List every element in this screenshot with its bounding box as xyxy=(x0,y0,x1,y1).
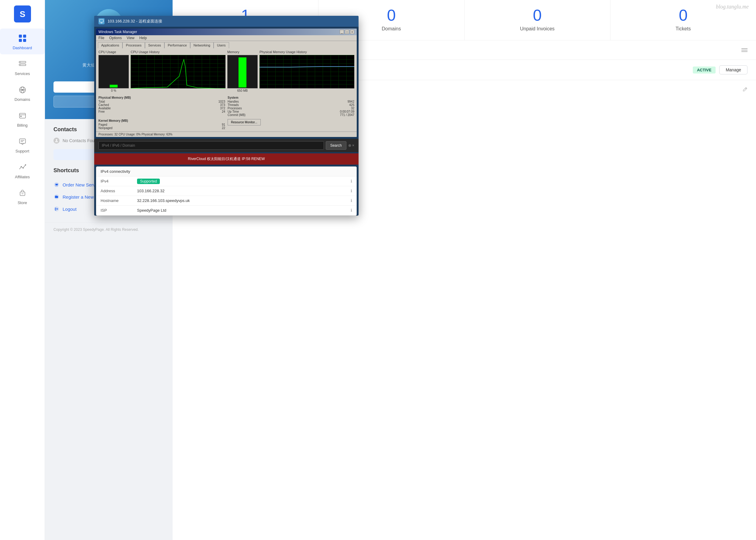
paged-value: 91 xyxy=(222,123,225,126)
tm-maximize-button[interactable]: □ xyxy=(345,30,349,34)
tm-menu-options[interactable]: Options xyxy=(109,36,121,40)
free-value: 24 xyxy=(222,110,225,113)
cached-label: Cached xyxy=(98,103,109,107)
tm-tab-services[interactable]: Services xyxy=(145,42,164,48)
svg-rect-5 xyxy=(23,39,26,42)
cpu-bar-container xyxy=(98,55,129,88)
info-icon-hostname[interactable]: ℹ xyxy=(351,198,352,203)
tm-menu-view[interactable]: View xyxy=(127,36,135,40)
svg-point-22 xyxy=(25,164,26,166)
commit-label: Commit (MB) xyxy=(227,113,245,117)
info-icon-isp[interactable]: ℹ xyxy=(351,208,352,212)
svg-rect-2 xyxy=(19,35,22,38)
ipv4-hostname-label: Hostname xyxy=(100,198,137,203)
sidebar-item-affiliates[interactable]: Affiliates xyxy=(0,158,45,184)
watermark: blog.tanglu.me xyxy=(716,4,749,10)
svg-rect-16 xyxy=(20,116,22,117)
ad-text: RiverCloud 权太阳能目/汉机通道 IP:58 RENEW xyxy=(188,157,265,161)
affiliates-icon xyxy=(17,162,28,173)
cpu-bar xyxy=(110,85,118,87)
overlay-title: 103.166.228.32 - 远程桌面连接 xyxy=(107,19,162,24)
remote-desktop-overlay[interactable]: 103.166.228.32 - 远程桌面连接 Windows Task Man… xyxy=(94,16,359,216)
ipv4-address-label: Address xyxy=(100,189,137,193)
shortcut-logout-label: Logout xyxy=(63,206,76,212)
physical-memory-stats: Physical Memory (MB) Total 1023 Cached 3… xyxy=(98,96,225,117)
sidebar-billing-label: Billing xyxy=(17,123,28,128)
handles-value: 9942 xyxy=(348,100,354,103)
tm-tab-processes[interactable]: Processes xyxy=(122,42,145,48)
free-row: Free 24 xyxy=(98,110,225,113)
tm-title: Windows Task Manager xyxy=(98,30,137,34)
sidebar-store-label: Store xyxy=(18,201,27,205)
pencil-icon[interactable] xyxy=(743,87,747,93)
ad-banner: RiverCloud 权太阳能目/汉机通道 IP:58 RENEW xyxy=(94,153,359,165)
tm-stats: Physical Memory (MB) Total 1023 Cached 3… xyxy=(96,94,357,131)
memory-panel: Memory 650 MB xyxy=(227,50,258,92)
kernel-title: Kernel Memory (MB) xyxy=(98,119,225,122)
info-icon-address[interactable]: ℹ xyxy=(351,189,352,193)
tm-close-button[interactable]: × xyxy=(350,30,354,34)
commit-row: Commit (MB) 771 / 2047 xyxy=(227,113,354,117)
ipv4-header: IPv4 connectivity xyxy=(96,167,357,177)
search-bar: Search ⊗ × xyxy=(94,139,359,152)
svg-rect-14 xyxy=(19,113,26,118)
dashboard-icon xyxy=(17,33,28,44)
handles-row: Handles 9942 xyxy=(227,100,354,103)
stat-invoices-label: Unpaid Invoices xyxy=(471,26,604,32)
sidebar-support-label: Support xyxy=(16,149,30,153)
ipv4-row-address: Address 103.166.228.32 ℹ xyxy=(96,186,357,196)
sidebar-item-domains[interactable]: Domains xyxy=(0,80,45,106)
sidebar-item-dashboard[interactable]: Dashboard xyxy=(0,29,45,54)
total-row: Total 1023 xyxy=(98,100,225,103)
tm-tab-performance[interactable]: Performance xyxy=(164,42,190,48)
physical-memory-title: Physical Memory (MB) xyxy=(98,96,225,99)
memory-mb-label: 650 MB xyxy=(227,89,258,92)
total-label: Total xyxy=(98,100,105,103)
ipv4-hostname-value: 32.228.166.103.speedyvps.uk xyxy=(137,198,351,203)
tm-menu-help[interactable]: Help xyxy=(139,36,147,40)
free-label: Free xyxy=(98,110,105,113)
memory-bar-container xyxy=(227,55,258,88)
svg-rect-4 xyxy=(19,39,22,42)
info-icon-ipv4[interactable]: ℹ xyxy=(351,179,352,184)
product-actions: ACTIVE Manage xyxy=(693,65,747,74)
search-input[interactable] xyxy=(98,141,324,150)
folder-icon xyxy=(54,194,60,200)
tm-tab-networking[interactable]: Networking xyxy=(190,42,214,48)
svg-rect-36 xyxy=(100,19,103,22)
cpu-history-panel: CPU Usage History xyxy=(131,50,226,92)
tm-minimize-button[interactable]: _ xyxy=(340,30,344,34)
ipv4-ipv4-label: IPv4 xyxy=(100,179,137,184)
svg-point-9 xyxy=(20,65,21,65)
cpu-history-graph xyxy=(131,55,226,88)
copyright-text: Copyright © 2023 SpeedyPage. All Rights … xyxy=(45,222,173,237)
app-logo[interactable]: S xyxy=(14,5,31,23)
cpu-usage-label: CPU Usage xyxy=(98,50,129,54)
sidebar-affiliates-label: Affiliates xyxy=(15,175,30,179)
manage-button[interactable]: Manage xyxy=(719,65,747,74)
nonpaged-value: 22 xyxy=(222,126,225,130)
sidebar-item-store[interactable]: Store xyxy=(0,184,45,209)
sidebar-item-support[interactable]: Support xyxy=(0,132,45,158)
close-ad-button[interactable]: ⊗ × xyxy=(348,143,354,148)
logout-arrow-icon xyxy=(54,206,60,212)
search-button[interactable]: Search xyxy=(326,141,346,150)
threads-row: Threads 425 xyxy=(227,103,354,107)
cpu-history-label: CPU Usage History xyxy=(131,50,226,54)
tm-tab-applications[interactable]: Applications xyxy=(98,42,122,48)
processes-value: 32 xyxy=(351,107,354,110)
sidebar-item-services[interactable]: Services xyxy=(0,54,45,80)
svg-rect-17 xyxy=(19,139,26,143)
memory-bar xyxy=(238,58,246,87)
sidebar-item-billing[interactable]: Billing xyxy=(0,106,45,132)
ipv4-row-ipv4: IPv4 Supported ℹ xyxy=(96,177,357,186)
tm-footer: Processes: 32 CPU Usage: 0% Physical Mem… xyxy=(96,131,357,137)
svg-line-35 xyxy=(745,88,746,89)
cpu-usage-panel: CPU Usage 0 % xyxy=(98,50,129,92)
menu-icon[interactable] xyxy=(741,48,747,54)
resource-monitor-button[interactable]: Resource Monitor... xyxy=(227,119,261,125)
sidebar-domains-label: Domains xyxy=(15,97,30,102)
tm-tab-users[interactable]: Users xyxy=(214,42,229,48)
tm-menu-file[interactable]: File xyxy=(98,36,104,40)
svg-point-20 xyxy=(21,166,22,167)
